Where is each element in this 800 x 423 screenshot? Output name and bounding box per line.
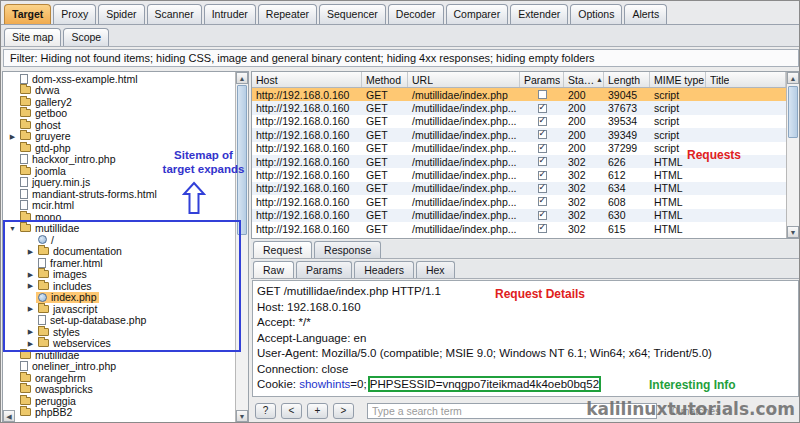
table-vertical-scrollbar[interactable]: ▲ ▼ — [786, 72, 799, 238]
scroll-down-icon[interactable]: ▼ — [787, 226, 799, 238]
cell-method: GET — [362, 88, 408, 101]
editor-tab-request[interactable]: Request — [253, 241, 312, 258]
expand-icon[interactable]: ▶ — [7, 131, 18, 142]
params-checkbox[interactable] — [538, 117, 547, 126]
scroll-left-icon[interactable]: ◀ — [3, 410, 15, 422]
table-row[interactable]: http://192.168.0.160GET/mutillidae/index… — [252, 222, 786, 235]
cell-mime-type: HTML — [650, 195, 706, 208]
table-row[interactable]: http://192.168.0.160GET/mutillidae/index… — [252, 182, 786, 195]
node-label: hackxor_intro.php — [32, 153, 115, 165]
cell-host: http://192.168.0.160 — [252, 222, 362, 235]
sitemap-node-orangehrm[interactable]: orangehrm — [3, 372, 235, 384]
cell-status: 302 — [564, 168, 604, 181]
cell-params — [520, 88, 564, 101]
subtab-scope[interactable]: Scope — [63, 28, 109, 46]
table-row[interactable]: http://192.168.0.160GET/mutillidae/index… — [252, 209, 786, 222]
column-header-title[interactable]: Title — [706, 72, 786, 87]
column-label: Status — [568, 74, 595, 86]
column-header-host[interactable]: Host — [252, 72, 362, 87]
column-header-mime-type[interactable]: MIME type — [650, 72, 706, 87]
table-row[interactable]: http://192.168.0.160GET/mutillidae/index… — [252, 115, 786, 128]
table-row[interactable]: http://192.168.0.160GET/mutillidae/index… — [252, 195, 786, 208]
search-prev-button[interactable]: < — [281, 403, 302, 419]
node-label: gruyere — [35, 130, 71, 142]
params-checkbox[interactable] — [538, 171, 547, 180]
sitemap-node-gruyere[interactable]: ▶gruyere — [3, 131, 235, 143]
request-line: Accept-Language: en — [257, 331, 798, 347]
tab-comparer[interactable]: Comparer — [446, 4, 509, 24]
viewtab-raw[interactable]: Raw — [253, 261, 294, 278]
table-scroll-thumb[interactable] — [788, 86, 798, 138]
scroll-up-icon[interactable]: ▲ — [787, 72, 799, 84]
search-options-button[interactable]: + — [307, 403, 328, 419]
message-editor-panel: RequestResponse RawParamsHeadersHex GET … — [251, 239, 800, 423]
sitemap-node-peruggia[interactable]: peruggia — [3, 395, 235, 407]
params-checkbox[interactable] — [538, 90, 547, 99]
params-checkbox[interactable] — [538, 211, 547, 220]
viewtab-headers[interactable]: Headers — [354, 261, 414, 278]
tab-sequencer[interactable]: Sequencer — [319, 4, 386, 24]
tab-repeater[interactable]: Repeater — [258, 4, 317, 24]
node-label: dvwa — [35, 84, 60, 96]
tab-options[interactable]: Options — [570, 4, 622, 24]
params-checkbox[interactable] — [538, 130, 547, 139]
scroll-up-icon[interactable]: ▲ — [236, 72, 248, 84]
params-checkbox[interactable] — [538, 144, 547, 153]
column-header-url[interactable]: URL — [408, 72, 520, 87]
cell-status: 302 — [564, 182, 604, 195]
table-row[interactable]: http://192.168.0.160GET/mutillidae/index… — [252, 101, 786, 114]
editor-tab-response[interactable]: Response — [314, 241, 381, 258]
search-next-button[interactable]: > — [333, 403, 354, 419]
annotation-request-details: Request Details — [495, 287, 585, 301]
params-checkbox[interactable] — [538, 224, 547, 233]
params-checkbox[interactable] — [538, 184, 547, 193]
tab-target[interactable]: Target — [4, 4, 51, 24]
sitemap-node-phpbb2[interactable]: phpBB2 — [3, 407, 235, 419]
tab-alerts[interactable]: Alerts — [624, 4, 667, 24]
request-line: Connection: close — [257, 362, 798, 378]
viewtab-hex[interactable]: Hex — [416, 261, 455, 278]
column-label: MIME type — [654, 74, 704, 86]
folder-icon — [20, 86, 31, 94]
scroll-down-icon[interactable]: ▼ — [236, 410, 248, 422]
column-header-params[interactable]: Params — [520, 72, 564, 87]
cell-host: http://192.168.0.160 — [252, 128, 362, 141]
tab-proxy[interactable]: Proxy — [53, 4, 96, 24]
subtab-site-map[interactable]: Site map — [4, 28, 61, 46]
column-label: Params — [524, 74, 560, 86]
sitemap-node-getboo[interactable]: getboo — [3, 108, 235, 120]
tab-scanner[interactable]: Scanner — [147, 4, 202, 24]
cell-length: 615 — [604, 222, 650, 235]
viewtab-params[interactable]: Params — [296, 261, 352, 278]
column-header-status[interactable]: Status▲ — [564, 72, 604, 87]
sitemap-node-ghost[interactable]: ghost — [3, 119, 235, 131]
cell-method: GET — [362, 209, 408, 222]
tab-spider[interactable]: Spider — [98, 4, 144, 24]
params-checkbox[interactable] — [538, 197, 547, 206]
cell-status: 200 — [564, 88, 604, 101]
cell-params — [520, 182, 564, 195]
cell-method: GET — [362, 101, 408, 114]
sitemap-node-owaspbricks[interactable]: owaspbricks — [3, 384, 235, 396]
tab-extender[interactable]: Extender — [510, 4, 568, 24]
table-row[interactable]: http://192.168.0.160GET/mutillidae/index… — [252, 168, 786, 181]
column-header-method[interactable]: Method — [362, 72, 408, 87]
cell-params — [520, 222, 564, 235]
params-checkbox[interactable] — [538, 157, 547, 166]
cell-mime-type: script — [650, 128, 706, 141]
sitemap-node-oneliner-intro-php[interactable]: oneliner_intro.php — [3, 361, 235, 373]
params-checkbox[interactable] — [538, 104, 547, 113]
sitemap-node-dvwa[interactable]: dvwa — [3, 85, 235, 97]
cell-length: 37299 — [604, 142, 650, 155]
node-content: ghost — [18, 119, 63, 130]
column-header-length[interactable]: Length — [604, 72, 650, 87]
table-row[interactable]: http://192.168.0.160GET/mutillidae/index… — [252, 128, 786, 141]
tab-decoder[interactable]: Decoder — [388, 4, 444, 24]
sitemap-node-gallery2[interactable]: gallery2 — [3, 96, 235, 108]
sitemap-node-dom-xss-example-html[interactable]: dom-xss-example.html — [3, 73, 235, 85]
column-label: Title — [710, 74, 729, 86]
search-help-button[interactable]: ? — [255, 403, 276, 419]
tab-intruder[interactable]: Intruder — [204, 4, 256, 24]
filter-bar[interactable]: Filter: Hiding not found items; hiding C… — [3, 49, 799, 67]
table-row[interactable]: http://192.168.0.160GET/mutillidae/index… — [252, 88, 786, 101]
